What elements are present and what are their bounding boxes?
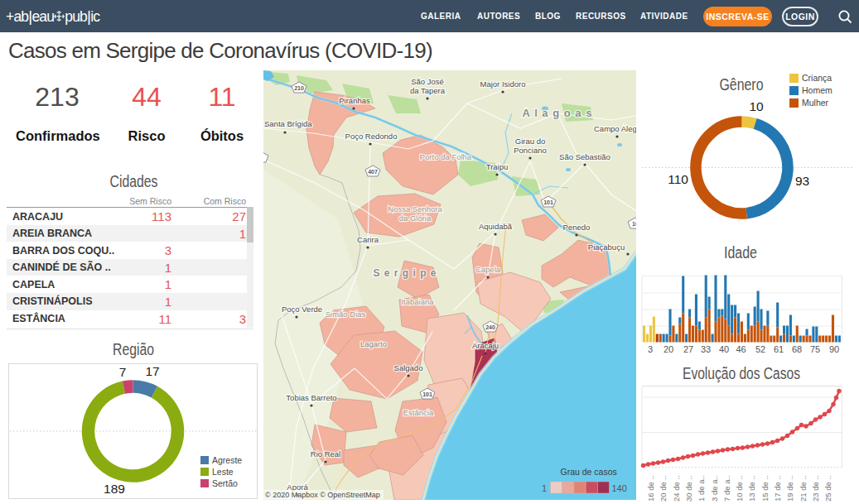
svg-text:1: 1 <box>542 482 547 492</box>
svg-text:Leste: Leste <box>212 467 234 477</box>
svg-text:68: 68 <box>792 344 802 354</box>
svg-text:Nossa Senhora: Nossa Senhora <box>388 204 442 214</box>
svg-text:Gênero: Gênero <box>720 75 764 94</box>
svg-text:Rio Real: Rio Real <box>311 449 340 458</box>
svg-text:Tobias Barreto: Tobias Barreto <box>286 393 336 402</box>
svg-text:Idade: Idade <box>724 243 757 262</box>
svg-text:25 de ..: 25 de .. <box>823 475 832 502</box>
svg-text:Capela: Capela <box>475 265 501 274</box>
svg-text:61: 61 <box>774 344 784 354</box>
svg-text:Aracaju: Aracaju <box>472 341 499 350</box>
svg-text:Lagarto: Lagarto <box>360 339 387 348</box>
svg-text:101: 101 <box>422 391 432 397</box>
svg-text:Itabaiana: Itabaiana <box>401 297 434 306</box>
svg-text:20: 20 <box>664 344 673 354</box>
svg-text:Região: Região <box>113 340 154 358</box>
svg-text:Poço Verde: Poço Verde <box>282 305 322 314</box>
svg-text:3 de a..: 3 de a.. <box>710 475 719 502</box>
svg-text:Simão Dias: Simão Dias <box>326 310 366 319</box>
svg-text:20 de ..: 20 de .. <box>659 475 668 502</box>
svg-text:16 de ..: 16 de .. <box>646 475 655 502</box>
svg-text:52: 52 <box>755 344 765 354</box>
svg-text:1 de a..: 1 de a.. <box>697 475 706 502</box>
svg-text:33: 33 <box>701 344 711 354</box>
svg-text:10: 10 <box>749 99 764 113</box>
svg-text:Piaçabuçu: Piaçabuçu <box>588 242 625 252</box>
svg-text:75: 75 <box>810 344 820 354</box>
svg-text:19 de ..: 19 de .. <box>785 475 794 502</box>
svg-text:Ponciano: Ponciano <box>514 146 547 155</box>
svg-text:São José: São José <box>411 77 444 86</box>
svg-text:10 de ..: 10 de .. <box>735 475 744 502</box>
svg-text:Sertão: Sertão <box>212 478 238 488</box>
svg-text:17 de ..: 17 de .. <box>773 475 782 502</box>
svg-text:Evolução dos Casos: Evolução dos Casos <box>683 364 800 382</box>
svg-text:40: 40 <box>719 344 729 354</box>
svg-text:Mulher: Mulher <box>802 98 829 108</box>
svg-text:Santa Brígida: Santa Brígida <box>264 119 312 128</box>
svg-text:210: 210 <box>294 85 304 91</box>
svg-text:101: 101 <box>543 199 553 205</box>
svg-text:Aquidabã: Aquidabã <box>479 222 513 231</box>
svg-text:Estância: Estância <box>403 408 434 417</box>
svg-text:Poço Redondo: Poço Redondo <box>345 132 398 141</box>
svg-text:Traipu: Traipu <box>486 162 509 171</box>
svg-text:10: 10 <box>632 221 636 227</box>
svg-text:13 de ..: 13 de .. <box>747 475 756 502</box>
svg-text:407: 407 <box>368 169 378 175</box>
svg-text:17: 17 <box>145 364 159 378</box>
svg-text:240: 240 <box>485 324 495 330</box>
svg-text:21 de ..: 21 de .. <box>799 475 808 502</box>
svg-text:© 2020 Mapbox © OpenStreetMap: © 2020 Mapbox © OpenStreetMap <box>265 490 380 498</box>
svg-text:Cidades: Cidades <box>110 172 158 190</box>
svg-text:Porto da Folha: Porto da Folha <box>420 152 472 161</box>
svg-text:7: 7 <box>119 365 127 379</box>
svg-text:Salgado: Salgado <box>394 363 423 372</box>
svg-text:93: 93 <box>795 174 809 188</box>
svg-text:140: 140 <box>612 482 627 492</box>
svg-text:S e r g i p e: S e r g i p e <box>373 267 437 279</box>
svg-text:110: 110 <box>668 172 688 186</box>
svg-text:30 de ..: 30 de .. <box>684 475 693 502</box>
svg-text:Girau do: Girau do <box>515 137 545 146</box>
svg-text:Piranhas: Piranhas <box>339 96 370 105</box>
svg-text:da Tapera: da Tapera <box>410 86 446 95</box>
svg-text:Carira: Carira <box>357 235 379 244</box>
svg-text:Campo Aleg: Campo Aleg <box>594 124 636 133</box>
svg-text:27: 27 <box>683 344 693 354</box>
svg-text:46: 46 <box>736 344 746 354</box>
svg-text:15 de ..: 15 de .. <box>760 475 770 502</box>
svg-text:Agreste: Agreste <box>212 455 242 465</box>
svg-text:24 de ..: 24 de .. <box>672 475 681 502</box>
svg-text:da Glória: da Glória <box>399 214 432 223</box>
svg-text:7 de a..: 7 de a.. <box>722 475 731 502</box>
svg-text:São Sebastião: São Sebastião <box>559 152 610 161</box>
svg-text:23 de ..: 23 de .. <box>811 475 820 502</box>
svg-text:Criança: Criança <box>802 73 832 83</box>
svg-text:90: 90 <box>829 344 839 354</box>
svg-text:Major Isidoro: Major Isidoro <box>480 79 526 89</box>
svg-text:Grau de casos: Grau de casos <box>561 467 617 477</box>
svg-text:A l a g o a s: A l a g o a s <box>523 107 593 119</box>
svg-text:3: 3 <box>648 344 653 354</box>
svg-text:Homem: Homem <box>802 85 832 95</box>
svg-text:189: 189 <box>104 482 125 496</box>
svg-text:Penedo: Penedo <box>563 223 591 232</box>
